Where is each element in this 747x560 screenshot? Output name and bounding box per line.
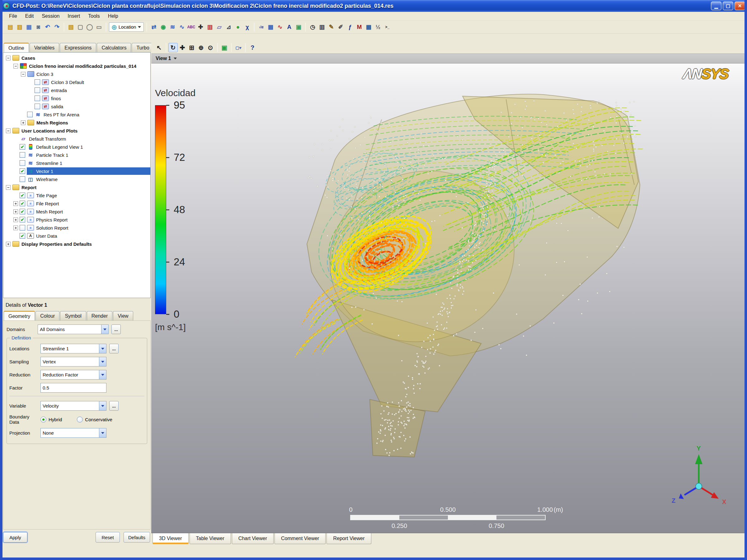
tree-item-ciclon-freno-inercial-modificado2-particulas-014[interactable]: −Ciclon freno inercial modificado2 parti… [3, 62, 150, 70]
visibility-checkbox[interactable]: ✔ [20, 233, 25, 239]
visibility-checkbox[interactable]: ✔ [20, 193, 25, 198]
instance-transform-icon[interactable]: ▱ [214, 22, 224, 32]
expand-icon[interactable]: + [14, 201, 18, 206]
clip-plane-icon[interactable]: ⊿ [224, 22, 233, 32]
view-selector[interactable]: View 1 [151, 54, 745, 63]
variable-select[interactable]: Velocity [41, 401, 106, 411]
viewer-help[interactable]: ? [248, 43, 257, 52]
mesh-calculator-icon[interactable]: ▦ [364, 22, 373, 32]
tree-item-mesh-report[interactable]: +✔≡Mesh Report [3, 208, 150, 216]
tree-item-cases[interactable]: −Cases [3, 54, 150, 62]
tree-item-file-report[interactable]: +✔≡File Report [3, 199, 150, 208]
chart-icon[interactable]: ∿ [275, 22, 284, 32]
timestep-selector-icon[interactable]: ◷ [308, 22, 317, 32]
visibility-checkbox[interactable] [20, 152, 25, 158]
collapse-icon[interactable]: − [14, 64, 18, 69]
tree-item-res-pt-for-arena[interactable]: ≋Res PT for Arena [3, 110, 150, 118]
visibility-checkbox[interactable] [34, 96, 40, 101]
close-button[interactable]: ✕ [735, 2, 745, 10]
reset-button[interactable]: Reset [96, 532, 120, 542]
expand-icon[interactable]: + [14, 225, 18, 230]
locations-select[interactable]: Streamline 1 [41, 344, 106, 353]
expand-icon[interactable]: + [14, 209, 18, 214]
visibility-checkbox[interactable] [34, 104, 40, 109]
tab-table-viewer[interactable]: Table Viewer [189, 533, 231, 544]
background-options[interactable]: ▢▾ [234, 43, 243, 52]
viewport-3d[interactable]: ΛNSYS Velocidad 957248240 [m s^-1] 00.50… [151, 63, 745, 533]
comment-icon[interactable]: A [284, 22, 294, 32]
vector-tool-icon[interactable]: ⇄ [149, 22, 158, 32]
select-tool[interactable]: ↖ [154, 43, 164, 52]
colormap-icon[interactable]: ● [233, 22, 242, 32]
fit-view-tool[interactable]: ▣ [220, 43, 229, 52]
tree-item-user-data[interactable]: ✔AUser Data [3, 232, 150, 240]
expand-icon[interactable]: + [21, 121, 26, 125]
session-record-icon[interactable]: ◯ [85, 22, 94, 32]
load-results-icon[interactable]: ▤ [6, 22, 15, 32]
conservative-radio[interactable] [77, 417, 83, 423]
rotate-tool[interactable]: ↻ [169, 43, 178, 52]
point-tool-icon[interactable]: ✚ [196, 22, 205, 32]
visibility-checkbox[interactable] [20, 160, 25, 166]
open-state-icon[interactable]: ▥ [15, 22, 24, 32]
probe-icon[interactable]: ✐ [336, 22, 345, 32]
collapse-icon[interactable]: − [6, 129, 10, 133]
details-tab-colour[interactable]: Colour [35, 311, 59, 320]
tab-comment-viewer[interactable]: Comment Viewer [275, 533, 326, 544]
reduction-select[interactable]: Reduction Factor [41, 370, 106, 379]
case-comparison-icon[interactable]: ½ [373, 22, 383, 32]
save-state-icon[interactable]: ▦ [24, 22, 34, 32]
domains-more-button[interactable]: ... [111, 324, 121, 334]
macro-calculator-icon[interactable]: M [355, 22, 364, 32]
tree-item-streamline-1[interactable]: ≋Streamline 1 [3, 159, 150, 167]
expand-icon[interactable]: + [6, 242, 10, 246]
menu-file[interactable]: File [5, 12, 21, 20]
visibility-checkbox[interactable] [34, 79, 40, 85]
collapse-icon[interactable]: − [21, 72, 26, 77]
factor-input[interactable] [41, 383, 106, 393]
expression-icon[interactable]: √α [256, 22, 266, 32]
tree-item-physics-report[interactable]: +✔≡Physics Report [3, 216, 150, 224]
tree-item-solution-report[interactable]: +≡Solution Report [3, 224, 150, 232]
details-tab-symbol[interactable]: Symbol [60, 311, 86, 320]
tab-expressions[interactable]: Expressions [60, 43, 96, 52]
visibility-checkbox[interactable] [27, 112, 33, 117]
contour-tool-icon[interactable]: ◉ [158, 22, 168, 32]
tab-variables[interactable]: Variables [30, 43, 59, 52]
figure-icon[interactable]: ▣ [294, 22, 303, 32]
tab-3d-viewer[interactable]: 3D Viewer [153, 533, 189, 544]
panel-splitter[interactable] [3, 298, 151, 300]
visibility-checkbox[interactable] [20, 225, 25, 231]
command-editor-icon[interactable]: >_ [383, 22, 392, 32]
tree-item-entrada[interactable]: ⇄entrada [3, 86, 150, 94]
animation-icon[interactable]: ▥ [317, 22, 327, 32]
visibility-checkbox[interactable]: ✔ [20, 144, 25, 150]
text-tool-icon[interactable]: ABC [186, 22, 196, 32]
defaults-button[interactable]: Defaults [124, 532, 150, 542]
visibility-checkbox[interactable]: ✔ [20, 201, 25, 206]
tree-item-display-properties-and-defaults[interactable]: +Display Properties and Defaults [3, 240, 150, 248]
variable-more-button[interactable]: ... [109, 401, 119, 411]
tree-item-mesh-regions[interactable]: +Mesh Regions [3, 118, 150, 127]
menu-tools[interactable]: Tools [84, 12, 104, 20]
redo-icon[interactable]: ↷ [52, 22, 61, 32]
tree-item-vector-1[interactable]: ✔⇉Vector 1 [3, 167, 150, 175]
function-calculator-icon[interactable]: ƒ [345, 22, 355, 32]
table-icon[interactable]: ▦ [266, 22, 275, 32]
session-page-icon[interactable]: ▢ [76, 22, 85, 32]
tab-report-viewer[interactable]: Report Viewer [327, 533, 371, 544]
legend-tool-icon[interactable]: ▥ [205, 22, 214, 32]
quick-report-icon[interactable]: ✎ [327, 22, 336, 32]
sampling-select[interactable]: Vertex [41, 357, 106, 367]
menu-help[interactable]: Help [104, 12, 122, 20]
tree-item-wireframe[interactable]: ◫Wireframe [3, 175, 150, 183]
variable-icon[interactable]: χ [242, 22, 252, 32]
visibility-checkbox[interactable] [34, 87, 40, 93]
tree-item-default-transform[interactable]: ▱Default Transform [3, 135, 150, 143]
tree-item-finos[interactable]: ⇄finos [3, 94, 150, 102]
particle-track-tool-icon[interactable]: ∿ [177, 22, 186, 32]
minimize-button[interactable]: ▁ [711, 2, 721, 10]
tree-item-title-page[interactable]: ✔≡Title Page [3, 191, 150, 199]
tree-item-user-locations-and-plots[interactable]: −User Locations and Plots [3, 127, 150, 135]
collapse-icon[interactable]: − [6, 185, 10, 190]
